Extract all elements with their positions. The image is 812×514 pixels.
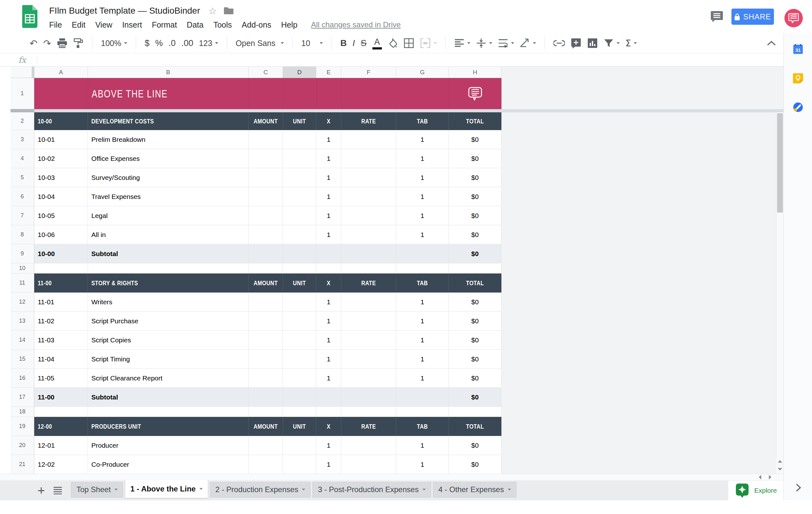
- row-header-11[interactable]: 11: [10, 274, 34, 292]
- cell-A10[interactable]: [34, 263, 88, 274]
- cell-D17[interactable]: [283, 388, 316, 407]
- cell-H4[interactable]: $0: [449, 149, 501, 168]
- cell-D15[interactable]: [283, 350, 316, 369]
- insert-link-button[interactable]: [551, 35, 568, 51]
- cell-F7[interactable]: [341, 206, 396, 225]
- cell-C16[interactable]: [249, 369, 283, 388]
- column-header-D[interactable]: D: [283, 67, 316, 78]
- cell-D20[interactable]: [283, 436, 316, 455]
- cell-H7[interactable]: $0: [449, 206, 501, 225]
- text-wrap-button[interactable]: [495, 35, 517, 51]
- cell-F16[interactable]: [341, 369, 396, 388]
- horizontal-align-button[interactable]: [452, 35, 473, 51]
- cell-G21[interactable]: 1: [396, 455, 449, 474]
- cell-B17[interactable]: Subtotal: [88, 388, 249, 407]
- row-header-12[interactable]: 12: [10, 292, 34, 312]
- row-header-19[interactable]: 19: [10, 417, 34, 436]
- menu-data[interactable]: Data: [187, 20, 204, 29]
- merge-cells-button[interactable]: [417, 35, 440, 51]
- borders-button[interactable]: [401, 35, 417, 51]
- cell-F20[interactable]: [341, 436, 396, 455]
- menu-help[interactable]: Help: [281, 20, 297, 29]
- cell-C6[interactable]: [249, 187, 283, 206]
- paint-format-button[interactable]: [70, 35, 86, 51]
- functions-button[interactable]: Σ: [622, 35, 640, 51]
- cell-A7[interactable]: 10-05: [34, 206, 88, 225]
- cell-E19[interactable]: X: [316, 417, 341, 436]
- cell-G8[interactable]: 1: [396, 225, 449, 244]
- tab-menu-arrow-icon[interactable]: [423, 489, 426, 490]
- cell-A2[interactable]: 10-00: [34, 112, 88, 130]
- tab-menu-arrow-icon[interactable]: [302, 489, 305, 490]
- cell-D6[interactable]: [283, 187, 316, 206]
- cell-C7[interactable]: [249, 206, 283, 225]
- cell-F18[interactable]: [341, 407, 396, 417]
- row-header-3[interactable]: 3: [10, 130, 34, 149]
- cell-B2[interactable]: DEVELOPMENT COSTS: [88, 112, 249, 130]
- cell-E18[interactable]: [316, 407, 341, 417]
- cell-G9[interactable]: [396, 244, 449, 263]
- cell-H14[interactable]: $0: [449, 331, 501, 350]
- cell-A11[interactable]: 11-00: [34, 274, 88, 292]
- cell-A14[interactable]: 11-03: [34, 331, 88, 350]
- column-header-C[interactable]: C: [249, 67, 283, 78]
- cell-A5[interactable]: 10-03: [34, 168, 88, 187]
- more-formats-button[interactable]: 123: [196, 35, 221, 51]
- add-sheet-button[interactable]: +: [34, 483, 49, 498]
- cell-A3[interactable]: 10-01: [34, 130, 88, 149]
- bold-button[interactable]: B: [338, 35, 350, 51]
- menu-tools[interactable]: Tools: [213, 20, 232, 29]
- cell-C12[interactable]: [249, 292, 283, 312]
- cell-G11[interactable]: TAB: [396, 274, 449, 292]
- cell-B21[interactable]: Co-Producer: [88, 455, 249, 474]
- cell-B14[interactable]: Script Copies: [88, 331, 249, 350]
- cell-A9[interactable]: 10-00: [34, 244, 88, 263]
- scroll-up-button[interactable]: [776, 457, 783, 465]
- cell-F6[interactable]: [341, 187, 396, 206]
- decrease-decimals-button[interactable]: .0: [166, 35, 179, 51]
- cell-A19[interactable]: 12-00: [34, 417, 88, 436]
- cell-G5[interactable]: 1: [396, 168, 449, 187]
- cell-E15[interactable]: 1: [316, 350, 341, 369]
- cell-E5[interactable]: 1: [316, 168, 341, 187]
- cell-F3[interactable]: [341, 130, 396, 149]
- sheet-tab-1[interactable]: Top Sheet: [71, 482, 123, 497]
- column-header-E[interactable]: E: [316, 67, 341, 78]
- menu-view[interactable]: View: [95, 20, 112, 29]
- cell-F10[interactable]: [341, 263, 396, 274]
- text-rotation-button[interactable]: [517, 35, 539, 51]
- scroll-down-button[interactable]: [776, 465, 783, 473]
- cell-D7[interactable]: [283, 206, 316, 225]
- format-percent-button[interactable]: %: [152, 35, 166, 51]
- cell-C2[interactable]: AMOUNT: [249, 112, 283, 130]
- cell-A12[interactable]: 11-01: [34, 292, 88, 312]
- cell-B19[interactable]: PRODUCERS UNIT: [88, 417, 249, 436]
- cell-B13[interactable]: Script Purchase: [88, 312, 249, 331]
- cell-E10[interactable]: [316, 263, 341, 274]
- horizontal-scrollbar[interactable]: [0, 474, 783, 480]
- sheet-tab-4[interactable]: 3 - Post-Production Expenses: [313, 482, 431, 497]
- cell-D19[interactable]: UNIT: [283, 417, 316, 436]
- insert-chart-button[interactable]: [584, 35, 601, 51]
- cell-B9[interactable]: Subtotal: [88, 244, 249, 263]
- select-all-corner[interactable]: [10, 67, 34, 78]
- cell-H16[interactable]: $0: [449, 369, 501, 388]
- cell-C18[interactable]: [249, 407, 283, 417]
- cell-F4[interactable]: [341, 149, 396, 168]
- cell-D10[interactable]: [283, 263, 316, 274]
- undo-button[interactable]: ↶: [27, 35, 40, 51]
- formula-bar[interactable]: fx: [0, 54, 783, 67]
- cell-E20[interactable]: 1: [316, 436, 341, 455]
- increase-decimals-button[interactable]: .00: [179, 35, 196, 51]
- fill-color-button[interactable]: [385, 35, 401, 51]
- column-header-G[interactable]: G: [396, 67, 449, 78]
- cell-H8[interactable]: $0: [449, 225, 501, 244]
- cell-E6[interactable]: 1: [316, 187, 341, 206]
- cell-A16[interactable]: 11-05: [34, 369, 88, 388]
- cell-E11[interactable]: X: [316, 274, 341, 292]
- cell-A8[interactable]: 10-06: [34, 225, 88, 244]
- row-header-18[interactable]: 18: [10, 407, 34, 417]
- cell-G14[interactable]: 1: [396, 331, 449, 350]
- cell-E4[interactable]: 1: [316, 149, 341, 168]
- cell-D4[interactable]: [283, 149, 316, 168]
